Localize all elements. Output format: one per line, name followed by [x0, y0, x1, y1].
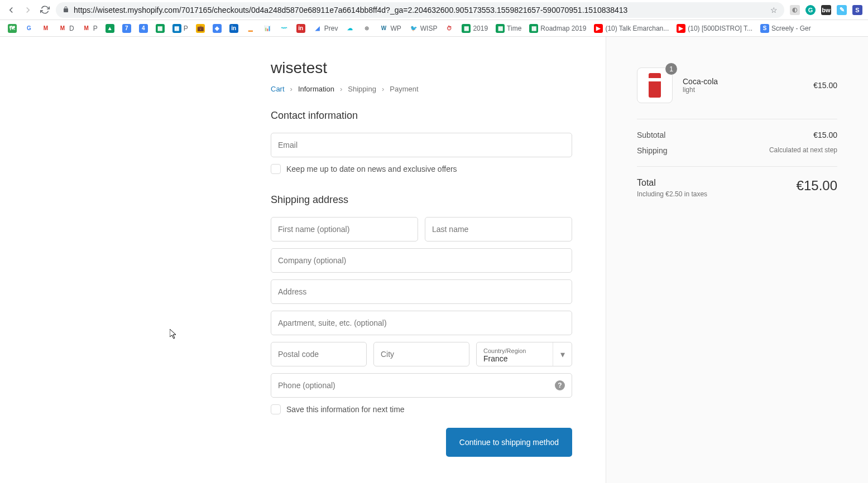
bookmark-item[interactable]: 📊 — [261, 22, 274, 35]
ext-icon[interactable]: G — [805, 5, 816, 15]
bookmark-item[interactable]: ◆ — [210, 22, 224, 35]
bookmark-icon: ◆ — [213, 24, 222, 33]
bookmark-icon: 🐦 — [409, 24, 418, 33]
bookmark-item[interactable]: G — [22, 22, 36, 35]
address-bar[interactable]: https://wisetest.myshopify.com/7017165/c… — [56, 2, 784, 18]
bookmark-icon: 🗺 — [8, 24, 17, 33]
first-name-field[interactable] — [271, 217, 418, 241]
ext-icon[interactable]: bw — [821, 5, 831, 15]
bookmark-item[interactable]: 🐦WISP — [407, 22, 440, 35]
store-name: wisetest — [271, 59, 572, 77]
bookmark-item[interactable]: ▦2019 — [459, 22, 490, 35]
bookmark-icon: in — [229, 24, 238, 33]
bookmark-icon: W — [379, 24, 388, 33]
total-value: €15.00 — [797, 178, 837, 194]
bookmark-item[interactable]: ▦ — [154, 22, 167, 35]
email-field[interactable] — [271, 133, 572, 157]
ext-icon[interactable]: ✎ — [837, 5, 847, 15]
url-text: https://wisetest.myshopify.com/7017165/c… — [74, 6, 766, 15]
city-field[interactable] — [373, 342, 469, 366]
bookmark-icon: ▶ — [594, 24, 603, 33]
bookmark-icon: G — [25, 24, 33, 33]
bookmark-item[interactable]: in — [294, 22, 308, 35]
company-field[interactable] — [271, 248, 572, 273]
bookmark-item[interactable]: ⏱ — [443, 22, 456, 35]
bookmark-icon: ▦ — [496, 24, 505, 33]
order-summary: 1 Coca-cola light €15.00 Subtotal €15.00… — [606, 37, 868, 483]
checkout-main: wisetest Cart › Information › Shipping ›… — [0, 37, 606, 483]
newsletter-checkbox[interactable] — [271, 164, 281, 174]
ext-icon[interactable]: ◐ — [790, 5, 800, 15]
bookmark-item[interactable]: MD — [56, 22, 76, 35]
bookmark-item[interactable]: ▁ — [244, 22, 257, 35]
bookmark-item[interactable]: ▲ — [103, 22, 117, 35]
bookmark-icon: in — [296, 24, 305, 33]
ext-icon[interactable]: S — [852, 5, 862, 15]
forward-button[interactable] — [22, 4, 33, 16]
bookmark-item[interactable]: 🗺 — [6, 22, 19, 35]
bookmark-item[interactable]: WWP — [377, 22, 403, 35]
bookmark-icon: 4 — [139, 24, 148, 33]
crumb-payment: Payment — [390, 85, 418, 93]
bookmark-item[interactable]: SScreely - Ger — [758, 22, 813, 35]
bookmark-item[interactable]: ▶(10) [500DISTRO] T... — [674, 22, 755, 35]
bookmark-item[interactable]: 〰 — [277, 22, 291, 35]
bookmark-icon: M — [41, 24, 50, 33]
bookmark-item[interactable]: MP — [80, 22, 100, 35]
bookmark-icon: ⏱ — [445, 24, 454, 33]
chevron-right-icon: › — [382, 85, 384, 93]
bookmark-icon: ▲ — [105, 24, 114, 33]
continue-button[interactable]: Continue to shipping method — [446, 428, 572, 457]
lock-icon — [63, 6, 69, 15]
bookmark-item[interactable]: ▦P — [170, 22, 190, 35]
bookmark-icon: ▦ — [529, 24, 538, 33]
shipping-heading: Shipping address — [271, 194, 572, 206]
bookmark-item[interactable]: 7 — [120, 22, 133, 35]
bookmark-item[interactable]: 💼 — [194, 22, 207, 35]
product-name: Coca-cola — [683, 77, 813, 86]
bookmark-icon: ◢ — [313, 24, 322, 33]
bookmark-icon: 📊 — [263, 24, 272, 33]
chevron-right-icon: › — [340, 85, 342, 93]
product-price: €15.00 — [813, 81, 837, 90]
contact-heading: Contact information — [271, 110, 572, 122]
bookmark-icon: ▦ — [156, 24, 165, 33]
bookmark-icon: M — [58, 24, 67, 33]
star-icon[interactable]: ☆ — [770, 6, 778, 15]
save-info-checkbox[interactable] — [271, 404, 281, 414]
total-label: Total — [637, 178, 707, 188]
bookmark-icon: 〰 — [280, 24, 289, 33]
bookmark-item[interactable]: ◢Prev — [311, 22, 341, 35]
bookmark-icon: ⊛ — [362, 24, 371, 33]
breadcrumb: Cart › Information › Shipping › Payment — [271, 85, 572, 93]
shipping-label: Shipping — [637, 146, 668, 155]
product-variant: light — [683, 86, 813, 94]
reload-button[interactable] — [39, 4, 50, 16]
bookmark-icon: ▶ — [677, 24, 685, 33]
bookmark-icon: ▦ — [462, 24, 471, 33]
bookmark-item[interactable]: ☁ — [343, 22, 357, 35]
back-button[interactable] — [6, 4, 17, 16]
country-select[interactable]: Country/Region France ▾ — [476, 342, 572, 366]
bookmark-icon: ☁ — [346, 24, 354, 33]
tax-note: Including €2.50 in taxes — [637, 190, 707, 198]
last-name-field[interactable] — [425, 217, 572, 241]
apartment-field[interactable] — [271, 311, 572, 335]
bookmark-icon: ▦ — [172, 24, 181, 33]
bookmark-item[interactable]: ▦Time — [493, 22, 524, 35]
bookmark-item[interactable]: ⊛ — [360, 22, 373, 35]
bookmark-item[interactable]: M — [39, 22, 52, 35]
caret-down-icon: ▾ — [553, 342, 572, 366]
bookmark-item[interactable]: in — [227, 22, 241, 35]
subtotal-value: €15.00 — [813, 131, 837, 139]
save-info-label: Save this information for next time — [286, 405, 405, 414]
bookmark-icon: M — [82, 24, 91, 33]
help-icon[interactable]: ? — [555, 380, 565, 390]
postal-code-field[interactable] — [271, 342, 367, 366]
crumb-cart[interactable]: Cart — [271, 85, 285, 93]
bookmark-item[interactable]: ▶(10) Talk Emarchan... — [592, 22, 671, 35]
bookmark-item[interactable]: ▦Roadmap 2019 — [527, 22, 588, 35]
phone-field[interactable]: ? — [271, 373, 572, 398]
address-field[interactable] — [271, 279, 572, 304]
bookmark-item[interactable]: 4 — [137, 22, 150, 35]
